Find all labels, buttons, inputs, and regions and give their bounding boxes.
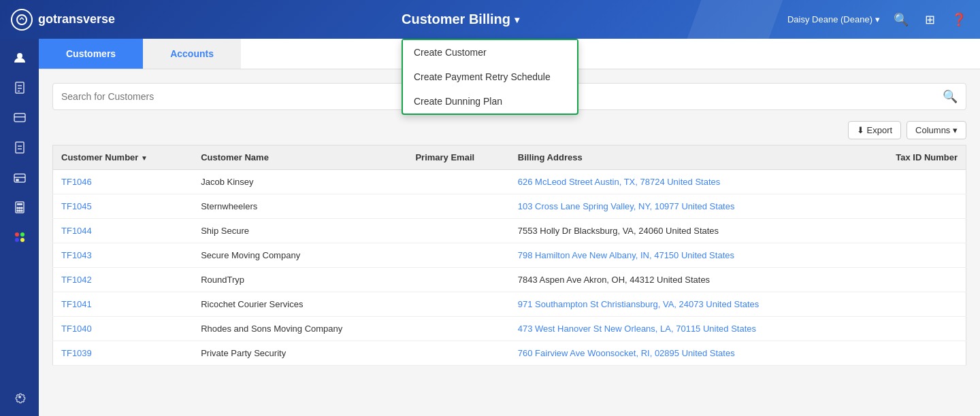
table-row: TF1043Secure Moving Company798 Hamilton …	[53, 243, 966, 268]
customer-name-cell: Ricochet Courier Services	[193, 292, 407, 317]
primary-email-cell	[407, 341, 509, 366]
tax-id-cell	[860, 219, 966, 243]
svg-rect-15	[17, 203, 22, 205]
customer-name-cell: Sternwheelers	[193, 194, 407, 219]
sidebar-item-design[interactable]	[6, 224, 33, 251]
col-tax-id[interactable]: Tax ID Number	[860, 145, 966, 170]
svg-point-21	[21, 210, 22, 211]
export-button[interactable]: ⬇ Export	[848, 121, 901, 139]
customer-number-link[interactable]: TF1039	[61, 348, 92, 358]
svg-point-1	[17, 53, 22, 58]
sidebar-item-billing[interactable]	[6, 104, 33, 131]
customer-number-link[interactable]: TF1046	[61, 177, 92, 187]
svg-point-17	[19, 207, 20, 209]
svg-point-16	[17, 207, 18, 209]
svg-point-19	[17, 210, 18, 211]
customer-name-cell: Ship Secure	[193, 219, 407, 243]
svg-point-0	[17, 15, 27, 24]
table-row: TF1040Rhodes and Sons Moving Company473 …	[53, 317, 966, 341]
sort-icon: ▼	[141, 154, 148, 162]
table-row: TF1045Sternwheelers103 Cross Lane Spring…	[53, 194, 966, 219]
billing-address-cell: 971 Southampton St Christiansburg, VA, 2…	[510, 292, 860, 317]
billing-address-cell: 7553 Holly Dr Blacksburg, VA, 24060 Unit…	[510, 219, 860, 243]
search-button[interactable]: 🔍	[943, 89, 958, 104]
sidebar-item-invoices[interactable]	[6, 134, 33, 161]
svg-point-18	[21, 207, 22, 209]
primary-email-cell	[407, 292, 509, 317]
nav-right: Daisy Deane (Deane) ▾ 🔍 ⊞ ❓	[787, 10, 969, 30]
user-menu[interactable]: Daisy Deane (Deane) ▾	[787, 14, 880, 24]
svg-point-23	[20, 232, 24, 237]
tax-id-cell	[860, 292, 966, 317]
customer-name-cell: Jacob Kinsey	[193, 170, 407, 194]
billing-address-cell: 7843 Aspen Ave Akron, OH, 44312 United S…	[510, 268, 860, 292]
sidebar-item-customers[interactable]	[6, 44, 33, 71]
svg-rect-13	[16, 179, 18, 181]
col-customer-name[interactable]: Customer Name	[193, 145, 407, 170]
primary-email-cell	[407, 170, 509, 194]
tax-id-cell	[860, 170, 966, 194]
col-primary-email[interactable]: Primary Email	[407, 145, 509, 170]
sidebar-item-settings[interactable]	[6, 383, 33, 411]
help-nav-button[interactable]: ❓	[949, 10, 969, 30]
svg-point-22	[15, 232, 19, 237]
billing-address-cell: 626 McLeod Street Austin, TX, 78724 Unit…	[510, 170, 860, 194]
billing-address-cell: 760 Fairview Ave Woonsocket, RI, 02895 U…	[510, 341, 860, 366]
customer-name-cell: Secure Moving Company	[193, 243, 407, 268]
primary-email-cell	[407, 243, 509, 268]
customers-table: Customer Number ▼ Customer Name Primary …	[52, 145, 966, 366]
svg-point-24	[15, 238, 19, 242]
customer-name-cell: RoundTryp	[193, 268, 407, 292]
tab-accounts[interactable]: Accounts	[143, 39, 241, 69]
sidebar-item-payments[interactable]	[6, 164, 33, 191]
sidebar-item-calculator[interactable]	[6, 194, 33, 221]
customer-number-link[interactable]: TF1044	[61, 226, 92, 236]
col-billing-address[interactable]: Billing Address	[510, 145, 860, 170]
search-nav-button[interactable]: 🔍	[891, 10, 911, 30]
primary-email-cell	[407, 219, 509, 243]
app-logo: gotransverse	[11, 9, 133, 31]
app-name: gotransverse	[38, 12, 115, 27]
billing-address-cell: 103 Cross Lane Spring Valley, NY, 10977 …	[510, 194, 860, 219]
create-customer-item[interactable]: Create Customer	[403, 40, 577, 65]
tax-id-cell	[860, 341, 966, 366]
svg-rect-8	[16, 142, 24, 153]
primary-email-cell	[407, 317, 509, 341]
svg-point-25	[20, 238, 24, 242]
sidebar	[0, 39, 39, 416]
tax-id-cell	[860, 243, 966, 268]
tax-id-cell	[860, 194, 966, 219]
table-row: TF1041Ricochet Courier Services971 South…	[53, 292, 966, 317]
columns-button[interactable]: Columns ▾	[906, 121, 966, 139]
customer-number-link[interactable]: TF1043	[61, 250, 92, 260]
customer-billing-menu[interactable]: Customer Billing ▾	[402, 12, 519, 27]
tax-id-cell	[860, 268, 966, 292]
svg-point-20	[19, 210, 20, 211]
customer-number-link[interactable]: TF1042	[61, 275, 92, 285]
customer-name-cell: Rhodes and Sons Moving Company	[193, 317, 407, 341]
table-row: TF1042RoundTryp7843 Aspen Ave Akron, OH,…	[53, 268, 966, 292]
tab-customers[interactable]: Customers	[39, 39, 143, 69]
billing-address-cell: 473 West Hanover St New Orleans, LA, 701…	[510, 317, 860, 341]
top-nav: gotransverse Customer Billing ▾ Create C…	[0, 0, 980, 39]
sidebar-item-contracts[interactable]	[6, 74, 33, 101]
customer-number-link[interactable]: TF1041	[61, 299, 92, 309]
grid-nav-button[interactable]: ⊞	[922, 10, 938, 30]
table-row: TF1039Private Party Security760 Fairview…	[53, 341, 966, 366]
tax-id-cell	[860, 317, 966, 341]
logo-icon	[11, 9, 33, 31]
billing-address-cell: 798 Hamilton Ave New Albany, IN, 47150 U…	[510, 243, 860, 268]
nav-center: Customer Billing ▾ Create Customer Creat…	[133, 12, 787, 27]
customer-number-link[interactable]: TF1045	[61, 201, 92, 211]
table-row: TF1046Jacob Kinsey626 McLeod Street Aust…	[53, 170, 966, 194]
col-customer-number[interactable]: Customer Number ▼	[53, 145, 193, 170]
table-header-row: Customer Number ▼ Customer Name Primary …	[53, 145, 966, 170]
create-dunning-plan-item[interactable]: Create Dunning Plan	[403, 89, 577, 114]
primary-email-cell	[407, 268, 509, 292]
content-area: 🔍 ⬇ Export Columns ▾ Customer Number	[39, 69, 980, 379]
primary-email-cell	[407, 194, 509, 219]
svg-rect-6	[14, 114, 25, 122]
customer-name-cell: Private Party Security	[193, 341, 407, 366]
create-payment-retry-item[interactable]: Create Payment Retry Schedule	[403, 65, 577, 89]
customer-number-link[interactable]: TF1040	[61, 324, 92, 334]
